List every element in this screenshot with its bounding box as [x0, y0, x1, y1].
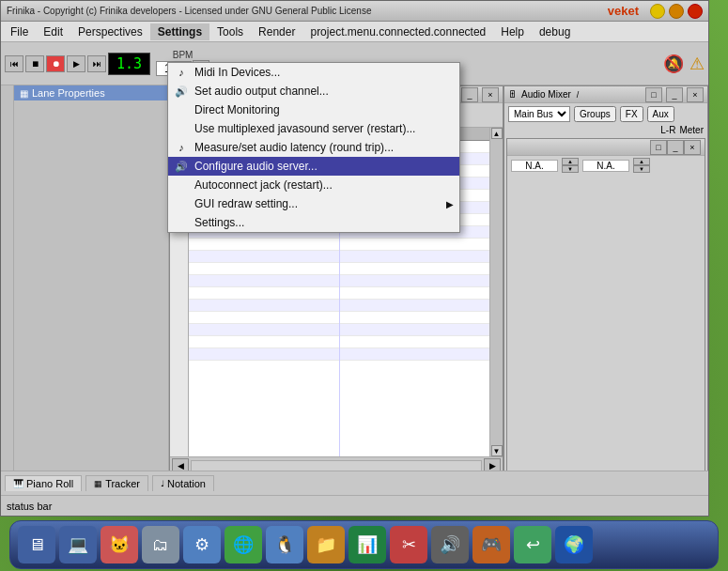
sub-float-btn[interactable]: □: [650, 140, 667, 155]
scroll-down-btn[interactable]: ▼: [491, 445, 503, 456]
icon-panic[interactable]: 🔕: [663, 54, 684, 74]
mixer-float-btn[interactable]: □: [645, 87, 662, 102]
status-text: status bar: [7, 501, 52, 512]
menu-gui-redraw[interactable]: GUI redraw setting... ▶: [168, 194, 459, 213]
status-bar: status bar: [1, 495, 708, 516]
taskbar-cat[interactable]: 🐱: [101, 526, 138, 563]
pr-min-btn[interactable]: _: [461, 87, 478, 102]
sub-min-btn[interactable]: _: [667, 140, 684, 155]
audio-mixer-window: 🎚 Audio Mixer / □ _ × Main Bus Groups FX…: [503, 85, 708, 474]
mixer-controls-row: Main Bus Groups FX Aux: [504, 103, 707, 124]
taskbar: 🖥 💻 🐱 🗂 ⚙ 🌐 🐧 📁 📊 ✂ 🔊 🎮 ↩ 🌍: [9, 520, 719, 569]
settings-dropdown: ♪ Midi In Devices... 🔊 Set audio output …: [167, 62, 460, 233]
taskbar-scissors[interactable]: ✂: [390, 526, 427, 563]
mixer-icon: 🎚: [508, 89, 518, 100]
midi-label: Midi In Devices...: [194, 66, 280, 79]
menu-file[interactable]: File: [3, 23, 36, 40]
sub-close-btn[interactable]: ×: [684, 140, 701, 155]
menu-render[interactable]: Render: [251, 23, 302, 40]
lane-properties-header: ▦ Lane Properties: [14, 85, 168, 100]
groups-btn[interactable]: Groups: [574, 106, 616, 122]
taskbar-terminal[interactable]: 🖥: [18, 526, 55, 563]
tracker-tab-icon: ▦: [94, 479, 102, 488]
na-right-input[interactable]: [582, 160, 629, 172]
na-right-down[interactable]: ▼: [633, 165, 650, 173]
taskbar-globe[interactable]: 🌍: [555, 526, 593, 563]
lr-label: L-R: [660, 125, 675, 135]
menu-edit[interactable]: Edit: [36, 23, 70, 40]
menu-perspectives[interactable]: Perspectives: [70, 23, 150, 40]
pr-scroll-bar[interactable]: [191, 460, 482, 471]
tab-tracker[interactable]: ▦ Tracker: [85, 475, 148, 491]
grid-scrollbar-v[interactable]: ▲ ▼: [489, 128, 503, 456]
record-btn[interactable]: ⏺: [46, 55, 65, 72]
menu-help[interactable]: Help: [493, 23, 532, 40]
menu-direct-monitor[interactable]: Direct Monitoring: [168, 100, 459, 119]
menu-tools[interactable]: Tools: [209, 23, 251, 40]
title-bar: Frinika - Copyright (c) Frinika develope…: [1, 1, 708, 22]
icon-exclaim: ⚠: [689, 54, 705, 74]
minimize-btn[interactable]: [650, 4, 665, 19]
menu-settings[interactable]: Settings: [150, 23, 209, 40]
fx-btn[interactable]: FX: [620, 106, 643, 122]
tempo-display: 1.3: [108, 53, 150, 75]
taskbar-finder[interactable]: 🗂: [142, 526, 179, 563]
configure-audio-icon: 🔊: [174, 161, 189, 173]
menu-configure-audio[interactable]: 🔊 Configure audio server...: [168, 157, 459, 176]
menu-audio-out[interactable]: 🔊 Set audio output channel...: [168, 82, 459, 100]
close-btn[interactable]: [688, 4, 703, 19]
tracker-tab-label: Tracker: [105, 478, 140, 489]
taskbar-files[interactable]: 📁: [307, 526, 345, 563]
bottom-tabs: 🎹 Piano Roll ▦ Tracker ♩ Notation: [1, 471, 708, 491]
mixer-min-btn[interactable]: _: [666, 87, 683, 102]
menu-project[interactable]: project.menu.connected.connected: [302, 23, 493, 40]
mixer-close-btn[interactable]: ×: [687, 87, 704, 102]
lane-panel: ▦ Lane Properties: [14, 85, 169, 474]
taskbar-penguin[interactable]: 🐧: [266, 526, 303, 563]
gui-redraw-arrow: ▶: [446, 199, 454, 209]
mixer-sub-title: □ _ ×: [507, 139, 705, 156]
stop-btn[interactable]: ⏹: [25, 55, 44, 72]
left-sidebar: [1, 85, 14, 474]
taskbar-monitor[interactable]: 💻: [59, 526, 97, 563]
tab-notation[interactable]: ♩ Notation: [152, 475, 214, 491]
taskbar-settings[interactable]: ⚙: [183, 526, 221, 563]
latency-label: Measure/set audio latency (round trip)..…: [194, 141, 394, 154]
na-left-down[interactable]: ▼: [562, 165, 579, 173]
pr-close-btn[interactable]: ×: [482, 87, 499, 102]
title-text: Frinika - Copyright (c) Frinika develope…: [7, 6, 608, 16]
na-right-up[interactable]: ▲: [633, 158, 650, 165]
aux-btn[interactable]: Aux: [647, 106, 674, 122]
menu-settings-item[interactable]: Settings...: [168, 213, 459, 232]
scroll-up-btn[interactable]: ▲: [491, 128, 503, 139]
maximize-btn[interactable]: [669, 4, 684, 19]
rewind-btn[interactable]: ⏮: [5, 55, 23, 72]
menu-debug[interactable]: debug: [532, 23, 578, 40]
play-btn[interactable]: ▶: [67, 55, 85, 72]
midi-icon: ♪: [174, 67, 189, 78]
taskbar-back[interactable]: ↩: [514, 526, 551, 563]
lane-icon: ▦: [20, 88, 28, 99]
autoconnect-label: Autoconnect jack (restart)...: [194, 178, 333, 192]
meter-label: Meter: [679, 125, 704, 135]
configure-audio-label: Configure audio server...: [194, 160, 318, 173]
forward-btn[interactable]: ⏭: [87, 55, 106, 72]
taskbar-game[interactable]: 🎮: [472, 526, 510, 563]
desktop: Frinika - Copyright (c) Frinika develope…: [0, 0, 728, 571]
tab-piano-roll[interactable]: 🎹 Piano Roll: [5, 475, 82, 491]
menu-autoconnect[interactable]: Autoconnect jack (restart)...: [168, 176, 459, 194]
na-left-up[interactable]: ▲: [562, 158, 579, 165]
notation-tab-label: Notation: [167, 478, 206, 489]
menu-midi-in[interactable]: ♪ Midi In Devices...: [168, 63, 459, 82]
menu-latency[interactable]: ♪ Measure/set audio latency (round trip)…: [168, 138, 459, 157]
taskbar-browser[interactable]: 🌐: [225, 526, 262, 563]
menu-multiplexed[interactable]: Use multiplexed javasound server (restar…: [168, 119, 459, 138]
audio-out-label: Set audio output channel...: [194, 85, 329, 98]
main-bus-select[interactable]: Main Bus: [508, 106, 570, 122]
gui-redraw-label: GUI redraw setting...: [194, 197, 298, 210]
taskbar-chart[interactable]: 📊: [349, 526, 386, 563]
na-left-input[interactable]: [511, 160, 558, 172]
multiplexed-label: Use multiplexed javasound server (restar…: [194, 122, 415, 135]
taskbar-audio[interactable]: 🔊: [431, 526, 469, 563]
menu-bar: File Edit Perspectives Settings Tools Re…: [1, 22, 708, 42]
